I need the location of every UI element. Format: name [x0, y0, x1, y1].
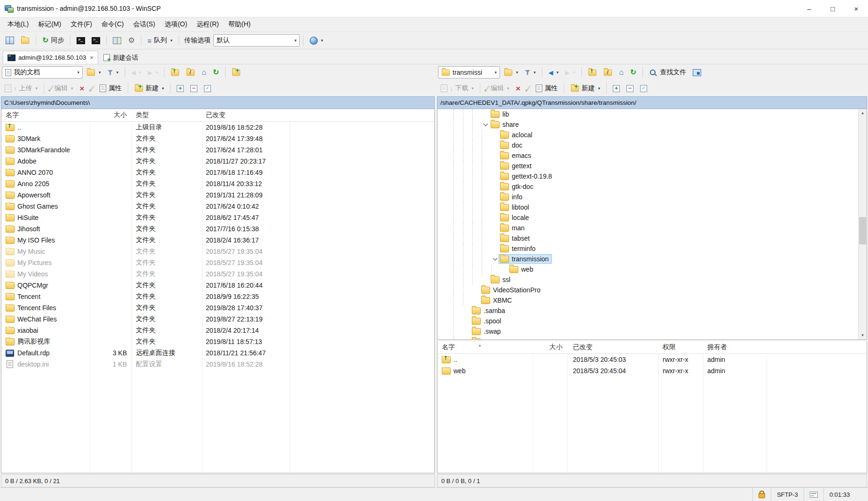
tree-scrollbar[interactable]: ▲ ▼	[858, 109, 867, 339]
file-row[interactable]: Default.rdp3 KB远程桌面连接2018/11/21 21:56:47	[1, 347, 434, 359]
transfer-settings-button[interactable]: ▾	[307, 35, 326, 46]
local-open-directory-button[interactable]: ▾	[84, 68, 104, 78]
tree-item-libtool[interactable]: libtool	[438, 202, 867, 212]
remote-delete-button[interactable]: ×	[513, 83, 524, 94]
file-row[interactable]: My Videos文件夹2018/5/27 19:35:04	[1, 268, 434, 280]
transfer-settings-combo[interactable]: 默认 ▾	[213, 34, 300, 47]
file-row[interactable]: ..2018/5/3 20:45:03rwxr-xr-xadmin	[438, 354, 867, 365]
upload-button[interactable]: ↑上传▾	[2, 83, 40, 94]
file-row[interactable]: web2018/5/3 20:45:04rwxr-xr-xadmin	[438, 365, 867, 376]
remote-forward-button[interactable]: ▶▾	[563, 68, 579, 77]
tree-item-web[interactable]: web	[438, 264, 867, 274]
tree-item-locale[interactable]: locale	[438, 212, 867, 223]
local-filter-button[interactable]: ▾	[105, 69, 122, 77]
console-button[interactable]	[74, 36, 88, 46]
remote-home-button[interactable]: ⌂	[616, 67, 626, 78]
tree-item-VideoStationPro[interactable]: VideoStationPro	[438, 285, 867, 295]
column-header-name[interactable]: 名字	[1, 111, 90, 119]
remote-directory-combo[interactable]: transmissi ▾	[438, 66, 500, 78]
tree-item-gtk-doc[interactable]: gtk-doc	[438, 181, 867, 192]
remote-path-bar[interactable]: /share/CACHEDEV1_DATA/.qpkg/QTransmissio…	[437, 96, 867, 109]
tree-item-info[interactable]: info	[438, 192, 867, 202]
menu-item-4[interactable]: 会话(S)	[128, 18, 160, 31]
tree-item-aclocal[interactable]: aclocal	[438, 130, 867, 140]
download-button[interactable]: ↓下载▾	[438, 83, 477, 94]
remote-parent-directory-button[interactable]	[585, 68, 600, 78]
remote-refresh-button[interactable]: ↻	[627, 67, 639, 78]
column-header-size[interactable]: 大小	[90, 111, 132, 119]
column-header-size[interactable]: 大小	[533, 343, 567, 352]
local-new-button[interactable]: 新建▾	[132, 83, 167, 94]
tree-item-doc[interactable]: doc	[438, 140, 867, 150]
find-files-button[interactable]: 查找文件	[646, 67, 689, 78]
tree-item-transmission[interactable]: transmission	[438, 254, 867, 264]
minimize-button[interactable]: –	[798, 0, 821, 17]
remote-selection-filter-button[interactable]: ✓	[637, 84, 650, 94]
file-row[interactable]: 3DMarkFarandole文件夹2017/6/24 17:28:01	[1, 144, 434, 156]
local-edit-button[interactable]: 编辑▾	[47, 83, 76, 94]
column-header-changed[interactable]: 已改变	[202, 111, 289, 119]
local-select-add-button[interactable]: +	[174, 84, 187, 94]
explorer-interface-button[interactable]	[18, 36, 32, 46]
menu-item-7[interactable]: 帮助(H)	[224, 18, 255, 31]
tree-item-gettext[interactable]: gettext	[438, 161, 867, 171]
file-row[interactable]: My Pictures文件夹2018/5/27 19:35:04	[1, 257, 434, 268]
file-row[interactable]: Apowersoft文件夹2019/1/31 21:28:09	[1, 189, 434, 201]
tree-item-.swap[interactable]: .swap	[438, 326, 867, 337]
tree-item-lib[interactable]: lib	[438, 109, 867, 119]
file-row[interactable]: desktop.ini1 KB配置设置2019/8/16 18:52:28	[1, 359, 434, 370]
file-row[interactable]: Tencent文件夹2018/9/9 16:22:35	[1, 291, 434, 302]
local-selection-filter-button[interactable]: ✓	[201, 84, 214, 94]
chevron-down-icon[interactable]	[482, 124, 489, 125]
file-row[interactable]: 腾讯影视库文件夹2019/8/11 18:57:13	[1, 336, 434, 347]
menu-item-1[interactable]: 标记(M)	[33, 18, 66, 31]
tree-item-emacs[interactable]: emacs	[438, 150, 867, 161]
tree-item-gettext-0.19.8[interactable]: gettext-0.19.8	[438, 171, 867, 181]
local-path-bar[interactable]: C:\Users\zhymind\Documents\	[1, 96, 435, 109]
directory-tracking-button[interactable]	[690, 68, 704, 78]
remote-new-button[interactable]: 新建▾	[568, 83, 603, 94]
local-home-button[interactable]: ⌂	[199, 67, 209, 78]
local-back-button[interactable]: ◀▾	[128, 68, 144, 77]
tab-close-icon[interactable]: ×	[90, 54, 94, 61]
tree-item-XBMC[interactable]: XBMC	[438, 295, 867, 305]
file-row[interactable]: 3DMark文件夹2017/6/24 17:39:48	[1, 133, 434, 144]
commander-interface-button[interactable]	[3, 35, 17, 46]
remote-filter-button[interactable]: ▾	[522, 69, 539, 77]
file-row[interactable]: Anno 2205文件夹2018/11/4 20:33:12	[1, 178, 434, 189]
menu-item-3[interactable]: 命令(C)	[97, 18, 128, 31]
synchronized-browsing-button[interactable]	[110, 36, 124, 46]
file-row[interactable]: HiSuite文件夹2018/6/2 17:45:47	[1, 212, 434, 223]
column-header-owner[interactable]: 拥有者	[703, 343, 766, 352]
tree-item-.spool[interactable]: .spool	[438, 316, 867, 326]
scrollbar-thumb[interactable]	[859, 217, 866, 244]
new-session-tab[interactable]: 新建会话	[99, 51, 142, 64]
local-parent-directory-button[interactable]	[168, 68, 182, 78]
menu-item-0[interactable]: 本地(L)	[3, 18, 33, 31]
synchronize-button[interactable]: ↻同步	[39, 35, 67, 46]
preferences-button[interactable]: ⚙	[125, 35, 137, 46]
scroll-down-icon[interactable]: ▼	[859, 331, 867, 339]
menu-item-2[interactable]: 文件(F)	[66, 18, 97, 31]
file-row[interactable]: xiaobai文件夹2018/2/4 20:17:14	[1, 325, 434, 336]
local-refresh-button[interactable]: ↻	[210, 67, 222, 78]
tree-item-ssl[interactable]: ssl	[438, 274, 867, 285]
remote-edit-button[interactable]: 编辑▾	[484, 83, 512, 94]
remote-back-button[interactable]: ◀▾	[546, 68, 562, 77]
column-header-name[interactable]: ▴名字	[438, 343, 533, 352]
open-terminal-button[interactable]	[89, 36, 103, 46]
tree-item-man[interactable]: man	[438, 223, 867, 233]
menu-item-6[interactable]: 远程(R)	[192, 18, 223, 31]
session-tab-active[interactable]: admin@192.168.50.103 ×	[3, 51, 98, 64]
local-properties-button[interactable]: 属性	[97, 83, 125, 94]
file-row[interactable]: My ISO Files文件夹2018/2/4 16:36:17	[1, 235, 434, 246]
remote-properties-button[interactable]: 属性	[533, 83, 561, 94]
tree-item-.samba[interactable]: .samba	[438, 305, 867, 316]
tree-item-terminfo[interactable]: terminfo	[438, 243, 867, 254]
queue-button[interactable]: ≡队列▾	[145, 35, 175, 46]
file-row[interactable]: My Music文件夹2018/5/27 19:35:04	[1, 246, 434, 257]
file-row[interactable]: Jihosoft文件夹2017/7/16 0:15:38	[1, 223, 434, 235]
remote-open-directory-button[interactable]: ▾	[501, 68, 521, 78]
tree-item-.system[interactable]: .system	[438, 337, 867, 340]
remote-select-remove-button[interactable]: −	[624, 84, 636, 94]
